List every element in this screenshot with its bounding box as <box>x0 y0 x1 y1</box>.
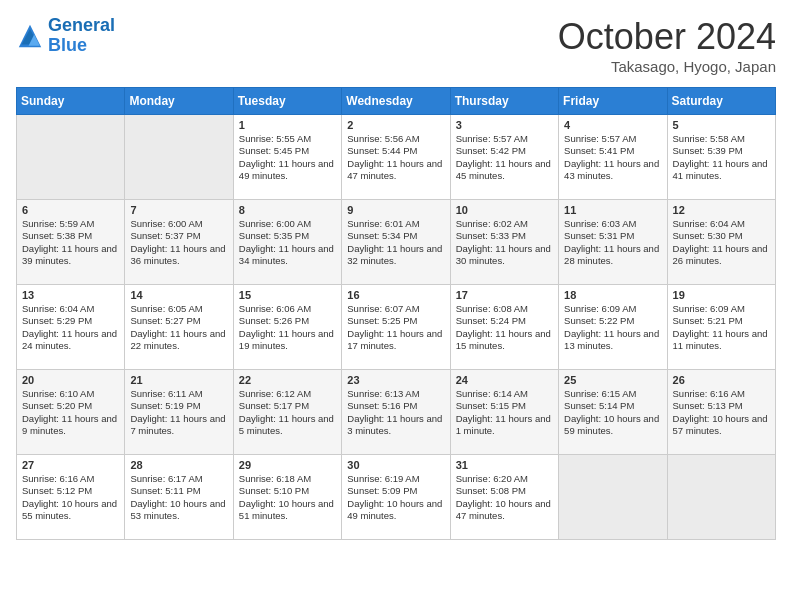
header-row: SundayMondayTuesdayWednesdayThursdayFrid… <box>17 88 776 115</box>
cell-text: Sunset: 5:41 PM <box>564 145 661 157</box>
cell-text: Sunrise: 5:57 AM <box>564 133 661 145</box>
day-number: 25 <box>564 374 661 386</box>
calendar-cell: 24Sunrise: 6:14 AMSunset: 5:15 PMDayligh… <box>450 370 558 455</box>
calendar-cell: 29Sunrise: 6:18 AMSunset: 5:10 PMDayligh… <box>233 455 341 540</box>
cell-text: Daylight: 11 hours and 41 minutes. <box>673 158 770 183</box>
cell-text: Sunrise: 6:14 AM <box>456 388 553 400</box>
calendar-cell: 21Sunrise: 6:11 AMSunset: 5:19 PMDayligh… <box>125 370 233 455</box>
day-number: 3 <box>456 119 553 131</box>
cell-text: Sunrise: 6:02 AM <box>456 218 553 230</box>
day-number: 23 <box>347 374 444 386</box>
cell-text: Sunrise: 6:04 AM <box>22 303 119 315</box>
cell-text: Daylight: 11 hours and 9 minutes. <box>22 413 119 438</box>
calendar-cell: 1Sunrise: 5:55 AMSunset: 5:45 PMDaylight… <box>233 115 341 200</box>
cell-text: Sunrise: 6:16 AM <box>22 473 119 485</box>
cell-text: Sunset: 5:30 PM <box>673 230 770 242</box>
cell-text: Sunrise: 6:00 AM <box>130 218 227 230</box>
cell-text: Sunrise: 6:16 AM <box>673 388 770 400</box>
cell-text: Sunset: 5:19 PM <box>130 400 227 412</box>
day-number: 22 <box>239 374 336 386</box>
cell-text: Sunrise: 6:09 AM <box>564 303 661 315</box>
cell-text: Sunrise: 6:19 AM <box>347 473 444 485</box>
day-number: 28 <box>130 459 227 471</box>
calendar-cell: 12Sunrise: 6:04 AMSunset: 5:30 PMDayligh… <box>667 200 775 285</box>
cell-text: Daylight: 11 hours and 15 minutes. <box>456 328 553 353</box>
cell-text: Sunrise: 6:05 AM <box>130 303 227 315</box>
calendar-cell: 26Sunrise: 6:16 AMSunset: 5:13 PMDayligh… <box>667 370 775 455</box>
cell-text: Sunrise: 6:18 AM <box>239 473 336 485</box>
week-row-1: 1Sunrise: 5:55 AMSunset: 5:45 PMDaylight… <box>17 115 776 200</box>
cell-text: Sunset: 5:35 PM <box>239 230 336 242</box>
week-row-2: 6Sunrise: 5:59 AMSunset: 5:38 PMDaylight… <box>17 200 776 285</box>
calendar-cell: 25Sunrise: 6:15 AMSunset: 5:14 PMDayligh… <box>559 370 667 455</box>
cell-text: Sunrise: 5:56 AM <box>347 133 444 145</box>
col-header-thursday: Thursday <box>450 88 558 115</box>
col-header-sunday: Sunday <box>17 88 125 115</box>
cell-text: Sunset: 5:10 PM <box>239 485 336 497</box>
calendar-cell: 5Sunrise: 5:58 AMSunset: 5:39 PMDaylight… <box>667 115 775 200</box>
calendar-cell: 19Sunrise: 6:09 AMSunset: 5:21 PMDayligh… <box>667 285 775 370</box>
cell-text: Sunrise: 6:04 AM <box>673 218 770 230</box>
cell-text: Daylight: 11 hours and 28 minutes. <box>564 243 661 268</box>
cell-text: Daylight: 11 hours and 26 minutes. <box>673 243 770 268</box>
cell-text: Daylight: 11 hours and 30 minutes. <box>456 243 553 268</box>
calendar-cell <box>559 455 667 540</box>
cell-text: Sunset: 5:13 PM <box>673 400 770 412</box>
cell-text: Daylight: 11 hours and 22 minutes. <box>130 328 227 353</box>
calendar-cell: 14Sunrise: 6:05 AMSunset: 5:27 PMDayligh… <box>125 285 233 370</box>
day-number: 17 <box>456 289 553 301</box>
week-row-3: 13Sunrise: 6:04 AMSunset: 5:29 PMDayligh… <box>17 285 776 370</box>
cell-text: Sunset: 5:11 PM <box>130 485 227 497</box>
cell-text: Sunset: 5:24 PM <box>456 315 553 327</box>
col-header-saturday: Saturday <box>667 88 775 115</box>
logo: General Blue <box>16 16 115 56</box>
cell-text: Sunset: 5:34 PM <box>347 230 444 242</box>
cell-text: Sunset: 5:42 PM <box>456 145 553 157</box>
cell-text: Sunset: 5:27 PM <box>130 315 227 327</box>
cell-text: Sunset: 5:25 PM <box>347 315 444 327</box>
cell-text: Daylight: 11 hours and 7 minutes. <box>130 413 227 438</box>
cell-text: Sunset: 5:16 PM <box>347 400 444 412</box>
cell-text: Sunset: 5:29 PM <box>22 315 119 327</box>
cell-text: Daylight: 11 hours and 3 minutes. <box>347 413 444 438</box>
col-header-friday: Friday <box>559 88 667 115</box>
cell-text: Sunrise: 6:06 AM <box>239 303 336 315</box>
cell-text: Daylight: 11 hours and 39 minutes. <box>22 243 119 268</box>
cell-text: Sunrise: 6:08 AM <box>456 303 553 315</box>
cell-text: Sunrise: 6:01 AM <box>347 218 444 230</box>
week-row-4: 20Sunrise: 6:10 AMSunset: 5:20 PMDayligh… <box>17 370 776 455</box>
cell-text: Daylight: 11 hours and 36 minutes. <box>130 243 227 268</box>
calendar-cell <box>125 115 233 200</box>
calendar-cell: 11Sunrise: 6:03 AMSunset: 5:31 PMDayligh… <box>559 200 667 285</box>
cell-text: Sunset: 5:17 PM <box>239 400 336 412</box>
cell-text: Sunset: 5:33 PM <box>456 230 553 242</box>
cell-text: Sunrise: 6:00 AM <box>239 218 336 230</box>
cell-text: Sunset: 5:22 PM <box>564 315 661 327</box>
cell-text: Daylight: 11 hours and 43 minutes. <box>564 158 661 183</box>
calendar-cell: 20Sunrise: 6:10 AMSunset: 5:20 PMDayligh… <box>17 370 125 455</box>
day-number: 13 <box>22 289 119 301</box>
col-header-wednesday: Wednesday <box>342 88 450 115</box>
day-number: 31 <box>456 459 553 471</box>
cell-text: Sunrise: 6:20 AM <box>456 473 553 485</box>
calendar-cell: 8Sunrise: 6:00 AMSunset: 5:35 PMDaylight… <box>233 200 341 285</box>
day-number: 29 <box>239 459 336 471</box>
calendar-cell: 15Sunrise: 6:06 AMSunset: 5:26 PMDayligh… <box>233 285 341 370</box>
day-number: 14 <box>130 289 227 301</box>
cell-text: Sunset: 5:44 PM <box>347 145 444 157</box>
col-header-monday: Monday <box>125 88 233 115</box>
calendar-cell: 31Sunrise: 6:20 AMSunset: 5:08 PMDayligh… <box>450 455 558 540</box>
calendar-cell: 16Sunrise: 6:07 AMSunset: 5:25 PMDayligh… <box>342 285 450 370</box>
cell-text: Daylight: 11 hours and 32 minutes. <box>347 243 444 268</box>
cell-text: Daylight: 10 hours and 55 minutes. <box>22 498 119 523</box>
cell-text: Sunrise: 6:10 AM <box>22 388 119 400</box>
calendar-cell <box>667 455 775 540</box>
cell-text: Sunset: 5:08 PM <box>456 485 553 497</box>
day-number: 19 <box>673 289 770 301</box>
calendar-cell: 3Sunrise: 5:57 AMSunset: 5:42 PMDaylight… <box>450 115 558 200</box>
calendar-cell: 18Sunrise: 6:09 AMSunset: 5:22 PMDayligh… <box>559 285 667 370</box>
calendar-cell: 22Sunrise: 6:12 AMSunset: 5:17 PMDayligh… <box>233 370 341 455</box>
logo-icon <box>16 22 44 50</box>
day-number: 18 <box>564 289 661 301</box>
day-number: 26 <box>673 374 770 386</box>
